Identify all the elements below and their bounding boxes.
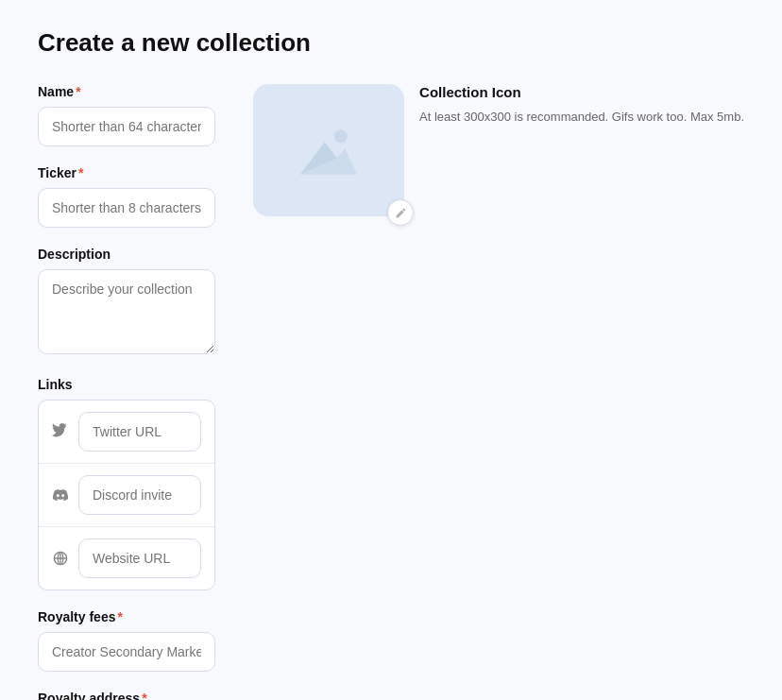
pencil-icon — [395, 207, 407, 219]
description-label: Description — [38, 247, 215, 262]
ticker-label: Ticker* — [38, 165, 215, 180]
links-label: Links — [38, 377, 215, 392]
ticker-required-star: * — [78, 165, 83, 180]
links-group: Links — [38, 377, 215, 590]
collection-icon-description: At least 300x300 is recommanded. Gifs wo… — [419, 108, 744, 127]
collection-icon-info: Collection Icon At least 300x300 is reco… — [419, 84, 744, 127]
website-link-item — [39, 527, 214, 589]
discord-invite-input[interactable] — [78, 475, 201, 515]
name-field-group: Name* — [38, 84, 215, 146]
discord-icon — [52, 487, 69, 504]
royalty-fees-input[interactable] — [38, 632, 215, 672]
royalty-address-field-group: Royalty address* — [38, 691, 215, 700]
website-url-input[interactable] — [78, 538, 201, 578]
collection-icon-title: Collection Icon — [419, 84, 521, 100]
twitter-link-item — [39, 401, 214, 464]
name-input[interactable] — [38, 107, 215, 146]
royalty-fees-field-group: Royalty fees* — [38, 609, 215, 672]
description-textarea[interactable] — [38, 269, 215, 354]
placeholder-image-icon — [296, 122, 362, 179]
royalty-address-label: Royalty address* — [38, 691, 215, 700]
collection-icon-section: Collection Icon At least 300x300 is reco… — [253, 84, 744, 216]
twitter-icon — [52, 423, 69, 440]
svg-point-5 — [334, 130, 348, 144]
globe-icon — [52, 550, 69, 567]
royalty-fees-label: Royalty fees* — [38, 609, 215, 624]
edit-icon-button[interactable] — [387, 199, 414, 226]
collection-icon-placeholder — [253, 84, 404, 216]
royalty-required-star: * — [117, 609, 122, 624]
twitter-url-input[interactable] — [78, 412, 201, 452]
name-required-star: * — [76, 84, 80, 99]
links-container — [38, 400, 215, 590]
name-label: Name* — [38, 84, 215, 99]
description-field-group: Description — [38, 247, 215, 358]
discord-link-item — [39, 464, 214, 527]
ticker-input[interactable] — [38, 188, 215, 228]
page-title: Create a new collection — [38, 28, 744, 58]
image-wrapper — [253, 84, 404, 216]
ticker-field-group: Ticker* — [38, 165, 215, 228]
royalty-address-required-star: * — [142, 691, 146, 700]
